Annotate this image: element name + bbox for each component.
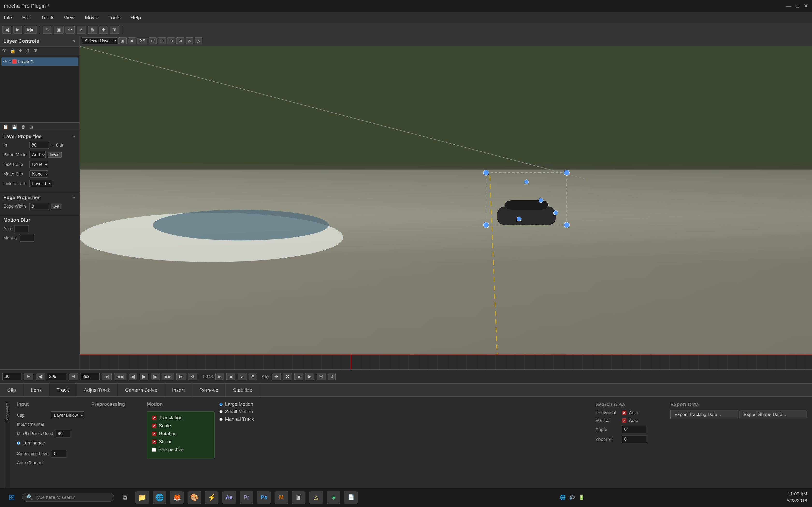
min-pixels-input[interactable] — [56, 430, 70, 438]
insert-clip-select[interactable]: None — [30, 161, 48, 168]
edge-width-set-btn[interactable]: Set — [51, 204, 62, 209]
tc-track-back[interactable]: ◀ — [226, 373, 235, 380]
app-icon-1[interactable]: 🎨 — [188, 491, 201, 504]
frame-in-input[interactable] — [2, 373, 22, 380]
vp-btn-5[interactable]: ⊞ — [167, 38, 175, 44]
menu-movie[interactable]: Movie — [83, 14, 100, 21]
toolbar-btn-2[interactable]: ▶ — [13, 25, 22, 34]
angle-input[interactable] — [622, 426, 646, 433]
premiere-icon[interactable]: Pr — [240, 491, 253, 504]
toolbar-btn-3[interactable]: ▶▶ — [24, 25, 37, 34]
edge-width-input[interactable] — [30, 203, 49, 210]
toolbar-btn-grid[interactable]: ⊞ — [110, 25, 119, 34]
pdf-icon[interactable]: 📄 — [344, 491, 358, 504]
tab-track[interactable]: Track — [49, 384, 77, 396]
perspective-checkbox[interactable] — [152, 448, 156, 452]
layer-properties-collapse[interactable]: ▼ — [72, 134, 76, 139]
luminance-radio[interactable] — [17, 442, 20, 445]
calculator-icon[interactable]: 🖩 — [292, 491, 305, 504]
layer-item[interactable]: 👁 ⦾ Layer 1 — [1, 57, 78, 66]
layer-lock-btn[interactable]: 🔒 — [9, 48, 16, 54]
vp-btn-1[interactable]: ▣ — [118, 38, 126, 44]
tab-camera-solve[interactable]: Camera Solve — [118, 384, 165, 396]
export-shape-btn[interactable]: Export Shape Data... — [740, 410, 807, 419]
task-view-icon[interactable]: ⧉ — [118, 491, 132, 504]
frame-current-input[interactable] — [47, 373, 66, 380]
toolbar-btn-plus[interactable]: ✚ — [99, 25, 108, 34]
tc-btn-0[interactable]: 0 — [328, 373, 336, 380]
menu-track[interactable]: Track — [40, 14, 55, 21]
tc-btn-ff[interactable]: ▶▶ — [162, 373, 174, 380]
toolbar-btn-magnet[interactable]: ⊕ — [88, 25, 97, 34]
layer-bt-3[interactable]: 🗑 — [20, 124, 27, 130]
vp-btn-3[interactable]: ⊡ — [149, 38, 157, 44]
tc-btn-loop[interactable]: ⟳ — [189, 373, 197, 380]
tc-btn-1[interactable]: ◀ — [36, 373, 45, 380]
app-diamond-icon[interactable]: ◈ — [327, 491, 340, 504]
tc-btn-prev[interactable]: ⊢ — [24, 373, 33, 380]
photoshop-icon[interactable]: Ps — [257, 491, 271, 504]
in-input[interactable] — [30, 142, 49, 149]
maximize-button[interactable]: □ — [796, 3, 799, 9]
tc-btn-play[interactable]: ▶ — [140, 373, 148, 380]
toolbar-btn-select[interactable]: ▣ — [54, 25, 63, 34]
matte-clip-select[interactable]: None — [30, 170, 48, 178]
menu-view[interactable]: View — [62, 14, 76, 21]
tab-adjusttrack[interactable]: AdjustTrack — [77, 384, 118, 396]
toolbar-btn-arrow[interactable]: ↖ — [43, 25, 52, 34]
menu-file[interactable]: File — [2, 14, 13, 21]
after-effects-icon[interactable]: Ae — [222, 491, 236, 504]
shear-checkbox-x[interactable]: ✕ — [152, 440, 156, 444]
invert-button[interactable]: Invert — [48, 152, 62, 158]
link-to-track-select[interactable]: Layer 1 — [30, 180, 52, 187]
smoothing-level-input[interactable] — [52, 450, 66, 457]
vertical-auto-x[interactable]: ✕ — [622, 418, 626, 423]
layer-bt-4[interactable]: ⊞ — [29, 124, 34, 130]
edge-properties-collapse[interactable]: ▼ — [72, 195, 76, 201]
menu-edit[interactable]: Edit — [21, 14, 33, 21]
tc-key-del[interactable]: ✕ — [283, 373, 292, 380]
vp-btn-7[interactable]: ✕ — [186, 38, 193, 44]
tab-remove[interactable]: Remove — [192, 384, 226, 396]
toolbar-btn-1[interactable]: ◀ — [2, 25, 11, 34]
taskbar-search-input[interactable] — [35, 495, 110, 500]
layer-add-btn[interactable]: ✚ — [18, 48, 23, 54]
vp-btn-4[interactable]: ⊟ — [158, 38, 166, 44]
export-tracking-btn[interactable]: Export Tracking Data... — [670, 410, 738, 419]
layer-delete-btn[interactable]: 🗑 — [25, 48, 31, 54]
tc-btn-step-fwd[interactable]: ▶ — [151, 373, 159, 380]
tab-insert[interactable]: Insert — [165, 384, 192, 396]
frame-out-input[interactable] — [80, 373, 100, 380]
menu-help[interactable]: Help — [129, 14, 142, 21]
toolbar-btn-transform[interactable]: ⤢ — [77, 25, 86, 34]
tab-lens[interactable]: Lens — [23, 384, 49, 396]
tc-track-options[interactable]: ≡ — [249, 373, 257, 380]
tc-btn-prev-f[interactable]: ◀◀ — [114, 373, 126, 380]
chrome-icon[interactable]: 🌐 — [153, 491, 166, 504]
layer-bt-1[interactable]: 📋 — [2, 124, 9, 130]
tc-track-run[interactable]: ⊳ — [238, 373, 247, 380]
tc-key-prev[interactable]: ◀ — [294, 373, 303, 380]
rotation-checkbox-x[interactable]: ✕ — [152, 432, 156, 436]
layer-dupe-btn[interactable]: ⊞ — [33, 48, 38, 54]
layer-controls-collapse[interactable]: ▼ — [72, 39, 76, 43]
tab-clip[interactable]: Clip — [0, 384, 23, 396]
timeline-ruler[interactable] — [80, 354, 812, 370]
blend-mode-select[interactable]: Add — [30, 151, 46, 158]
tab-stabilize[interactable]: Stabilize — [226, 384, 260, 396]
layer-bt-2[interactable]: 💾 — [11, 124, 18, 130]
tc-btn-rw[interactable]: ⏮ — [102, 373, 112, 380]
vp-btn-2[interactable]: ⊠ — [128, 38, 136, 44]
vp-btn-zoom[interactable]: 0.5 — [137, 38, 147, 44]
windows-start-icon[interactable]: ⊞ — [5, 491, 18, 504]
toolbar-btn-pen[interactable]: ✏ — [65, 25, 75, 34]
horizontal-auto-x[interactable]: ✕ — [622, 411, 626, 415]
selected-layer-select[interactable]: Selected layer — [82, 38, 117, 44]
tc-btn-M[interactable]: M — [317, 373, 325, 380]
tc-btn-step-back[interactable]: ◀ — [129, 373, 137, 380]
file-explorer-icon[interactable]: 📁 — [135, 491, 149, 504]
mocha-icon[interactable]: M — [274, 491, 288, 504]
tc-key-add[interactable]: ✚ — [272, 373, 281, 380]
firefox-icon[interactable]: 🦊 — [170, 491, 184, 504]
motion-blur-manual-input[interactable] — [19, 235, 34, 242]
